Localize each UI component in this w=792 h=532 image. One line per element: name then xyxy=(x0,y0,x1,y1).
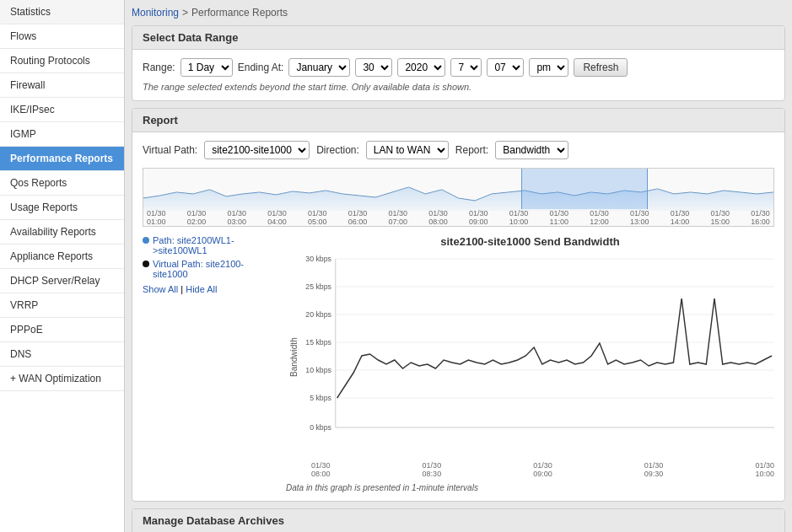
sidebar-item-statistics[interactable]: Statistics xyxy=(0,0,124,24)
month-select[interactable]: January xyxy=(288,58,350,77)
legend-label-path: Path: site2100WL1->site100WL1 xyxy=(153,235,277,255)
sidebar-item-performance-reports[interactable]: Performance Reports xyxy=(0,147,124,171)
sidebar-item-dhcp-server-relay[interactable]: DHCP Server/Relay xyxy=(0,269,124,293)
report-type-select[interactable]: Bandwidth xyxy=(495,141,568,159)
svg-text:10 kbps: 10 kbps xyxy=(305,366,331,374)
sidebar-item-firewall[interactable]: Firewall xyxy=(0,73,124,98)
chart-legend: Path: site2100WL1->site100WL1 Virtual Pa… xyxy=(143,235,277,492)
svg-text:0 kbps: 0 kbps xyxy=(310,423,331,432)
legend-item-virtual-path: Virtual Path: site2100-site1000 xyxy=(143,259,277,279)
sidebar-item-wan-optimization[interactable]: + WAN Optimization xyxy=(0,367,124,391)
sidebar-item-flows[interactable]: Flows xyxy=(0,24,124,49)
direction-label: Direction: xyxy=(316,144,359,156)
sidebar: StatisticsFlowsRouting ProtocolsFirewall… xyxy=(0,0,125,532)
chart-title: site2100-site1000 Send Bandwidth xyxy=(286,235,774,248)
report-panel: Report Virtual Path: site2100-site1000 D… xyxy=(132,108,785,502)
select-data-range-header: Select Data Range xyxy=(132,26,784,50)
sidebar-item-availability-reports[interactable]: Availability Reports xyxy=(0,220,124,245)
sidebar-item-usage-reports[interactable]: Usage Reports xyxy=(0,196,124,220)
legend-label-virtual-path: Virtual Path: site2100-site1000 xyxy=(153,259,277,279)
report-type-label: Report: xyxy=(455,144,488,156)
manage-db-panel: Manage Database Archives Database: Curre… xyxy=(132,508,785,532)
sidebar-item-vrrp[interactable]: VRRP xyxy=(0,293,124,318)
y-axis-label: Bandwidth xyxy=(286,255,299,459)
select-data-range-body: Range: 1 Day Ending At: January 30 2020 … xyxy=(132,50,784,100)
ampm-select[interactable]: pm xyxy=(529,58,568,77)
main-content: Monitoring > Performance Reports Select … xyxy=(125,0,792,532)
legend-dot-path xyxy=(143,237,149,244)
legend-links: Show All | Hide All xyxy=(143,284,277,294)
sidebar-item-igmp[interactable]: IGMP xyxy=(0,122,124,147)
select-data-range-panel: Select Data Range Range: 1 Day Ending At… xyxy=(132,25,785,101)
breadcrumb-separator: > xyxy=(182,7,188,19)
range-select[interactable]: 1 Day xyxy=(180,58,233,77)
chart-wrapper: site2100-site1000 Send Bandwidth Bandwid… xyxy=(286,235,774,492)
report-body: Virtual Path: site2100-site1000 Directio… xyxy=(132,132,784,501)
svg-text:30 kbps: 30 kbps xyxy=(305,255,331,263)
sidebar-item-appliance-reports[interactable]: Appliance Reports xyxy=(0,245,124,269)
svg-text:20 kbps: 20 kbps xyxy=(305,310,331,319)
svg-text:25 kbps: 25 kbps xyxy=(305,282,331,291)
main-chart-svg: 30 kbps 25 kbps 20 kbps 15 kbps 10 kbps … xyxy=(299,255,774,457)
breadcrumb-current: Performance Reports xyxy=(191,7,288,19)
timeline-svg xyxy=(143,169,773,211)
chart-svg-container: 30 kbps 25 kbps 20 kbps 15 kbps 10 kbps … xyxy=(299,255,774,459)
chart-note: Data in this graph is presented in 1-min… xyxy=(286,483,774,492)
manage-db-header: Manage Database Archives xyxy=(132,509,784,532)
svg-text:5 kbps: 5 kbps xyxy=(310,394,331,402)
sidebar-item-dns[interactable]: DNS xyxy=(0,342,124,367)
day-select[interactable]: 30 xyxy=(355,58,392,77)
hide-all-link[interactable]: Hide All xyxy=(186,284,217,294)
virtual-path-select[interactable]: site2100-site1000 xyxy=(204,141,310,159)
svg-text:15 kbps: 15 kbps xyxy=(305,338,331,347)
sidebar-item-qos-reports[interactable]: Qos Reports xyxy=(0,171,124,196)
ending-at-label: Ending At: xyxy=(238,62,284,73)
refresh-button[interactable]: Refresh xyxy=(574,58,628,77)
hour-select[interactable]: 7 xyxy=(450,58,482,77)
chart-area: Path: site2100WL1->site100WL1 Virtual Pa… xyxy=(143,235,774,492)
year-select[interactable]: 2020 xyxy=(397,58,445,77)
timeline-labels: 01/3001:00 01/3002:00 01/3003:00 01/3004… xyxy=(143,209,773,226)
breadcrumb-monitoring[interactable]: Monitoring xyxy=(132,7,179,19)
timeline[interactable]: 01/3001:00 01/3002:00 01/3003:00 01/3004… xyxy=(143,168,774,227)
sidebar-item-routing-protocols[interactable]: Routing Protocols xyxy=(0,49,124,73)
direction-select[interactable]: LAN to WAN xyxy=(366,141,449,159)
chart-x-labels: 01/3008:00 01/3008:30 01/3009:00 01/3009… xyxy=(286,461,774,478)
breadcrumb: Monitoring > Performance Reports xyxy=(132,7,785,19)
legend-dot-virtual-path xyxy=(143,261,149,267)
range-label: Range: xyxy=(143,62,175,73)
show-all-link[interactable]: Show All xyxy=(143,284,178,294)
range-note: The range selected extends beyond the st… xyxy=(143,82,774,92)
sidebar-item-pppoe[interactable]: PPPoE xyxy=(0,318,124,342)
minute-select[interactable]: 07 xyxy=(487,58,524,77)
virtual-path-label: Virtual Path: xyxy=(143,144,197,156)
sidebar-item-ike-ipsec[interactable]: IKE/IPsec xyxy=(0,98,124,122)
legend-item-path: Path: site2100WL1->site100WL1 xyxy=(143,235,277,255)
chart-main: Bandwidth xyxy=(286,255,774,459)
report-header: Report xyxy=(132,109,784,132)
